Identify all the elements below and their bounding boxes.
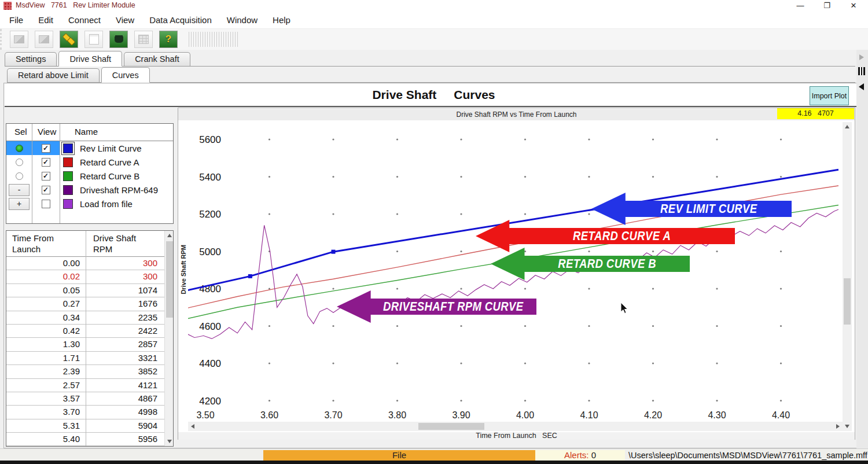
scroll-down-icon[interactable] bbox=[167, 440, 172, 443]
scrollbar-thumb[interactable] bbox=[418, 423, 484, 430]
expand-right-icon[interactable] bbox=[859, 54, 864, 60]
time-cell[interactable]: 2.39 bbox=[6, 365, 86, 378]
x-tick-label: 4.30 bbox=[708, 410, 726, 420]
scroll-left-icon[interactable] bbox=[191, 424, 194, 429]
rpm-cell[interactable]: 3852 bbox=[86, 365, 164, 378]
chart-horizontal-scrollbar[interactable] bbox=[188, 422, 843, 431]
toolbar-new-button[interactable] bbox=[84, 31, 103, 48]
scroll-up-icon[interactable] bbox=[167, 234, 172, 237]
rpm-cell[interactable]: 5956 bbox=[86, 433, 164, 445]
grid-dot bbox=[716, 362, 718, 364]
view-checkbox[interactable]: ✓ bbox=[42, 186, 50, 194]
menu-data-acquisition[interactable]: Data Acquisition bbox=[149, 15, 212, 25]
close-button[interactable]: ✕ bbox=[844, 0, 863, 12]
time-cell[interactable]: 1.30 bbox=[6, 338, 86, 351]
time-cell[interactable]: 2.57 bbox=[6, 379, 86, 392]
y-tick-label: 4600 bbox=[199, 321, 221, 332]
select-radio[interactable] bbox=[16, 172, 23, 180]
curve-name-label: Load from file bbox=[80, 199, 133, 209]
col-header-time: Time From Launch bbox=[12, 233, 54, 255]
collapse-left-icon[interactable] bbox=[859, 83, 864, 90]
rpm-cell[interactable]: 2857 bbox=[86, 338, 164, 351]
tab-crank-shaft[interactable]: Crank Shaft bbox=[124, 52, 190, 66]
rpm-cell[interactable]: 4867 bbox=[86, 392, 164, 405]
side-splitter[interactable] bbox=[856, 50, 868, 448]
rpm-cell[interactable]: 3321 bbox=[86, 352, 164, 364]
time-cell[interactable]: 3.70 bbox=[6, 406, 86, 418]
menu-edit[interactable]: Edit bbox=[38, 15, 53, 25]
toolbar-connect-button[interactable] bbox=[60, 31, 78, 48]
remove-curve-button[interactable]: - bbox=[9, 184, 30, 196]
rpm-cell[interactable]: 4998 bbox=[86, 406, 164, 418]
main-tab-strip: Settings Drive Shaft Crank Shaft bbox=[5, 51, 855, 67]
time-cell[interactable]: 0.34 bbox=[6, 311, 86, 324]
scroll-down-icon[interactable] bbox=[845, 425, 849, 428]
scrollbar-thumb[interactable] bbox=[166, 241, 173, 318]
add-curve-button[interactable]: + bbox=[9, 198, 30, 210]
curve-color-swatch[interactable] bbox=[63, 171, 73, 181]
time-cell[interactable]: 5.40 bbox=[6, 433, 86, 445]
tab-drive-shaft[interactable]: Drive Shaft bbox=[58, 51, 122, 67]
grid-dot bbox=[396, 325, 398, 327]
time-cell[interactable]: 0.05 bbox=[6, 284, 86, 297]
curve-color-swatch[interactable] bbox=[63, 157, 73, 167]
time-cell[interactable]: 0.00 bbox=[6, 257, 86, 270]
select-radio[interactable] bbox=[16, 145, 23, 152]
menu-connect[interactable]: Connect bbox=[68, 15, 101, 25]
grid-dot bbox=[588, 138, 590, 140]
minimize-button[interactable]: — bbox=[790, 0, 810, 12]
view-checkbox[interactable] bbox=[42, 200, 50, 208]
view-checkbox[interactable]: ✓ bbox=[42, 144, 50, 153]
rpm-cell[interactable]: 300 bbox=[86, 257, 164, 270]
curve-color-swatch[interactable] bbox=[63, 185, 73, 195]
rpm-cell[interactable]: 300 bbox=[86, 270, 164, 283]
time-cell[interactable]: 0.27 bbox=[6, 297, 86, 310]
rpm-cell[interactable]: 1074 bbox=[86, 284, 164, 297]
grid-dot bbox=[460, 362, 462, 364]
tab-retard-above-limit[interactable]: Retard above Limit bbox=[7, 68, 100, 82]
toolbar-save-device-button[interactable] bbox=[109, 31, 128, 48]
time-cell[interactable]: 0.02 bbox=[6, 270, 86, 283]
grid-dot bbox=[332, 138, 334, 140]
toolbar-help-button[interactable]: ? bbox=[159, 31, 178, 48]
time-cell[interactable]: 0.42 bbox=[6, 325, 86, 337]
rpm-cell[interactable]: 5904 bbox=[86, 419, 164, 432]
series-marker bbox=[332, 250, 336, 254]
import-plot-button[interactable]: Import Plot bbox=[810, 86, 849, 105]
tab-settings[interactable]: Settings bbox=[5, 52, 57, 66]
scroll-right-icon[interactable] bbox=[836, 424, 840, 429]
menu-window[interactable]: Window bbox=[227, 15, 258, 25]
rpm-cell[interactable]: 2422 bbox=[86, 325, 164, 337]
menu-file[interactable]: File bbox=[9, 15, 23, 25]
view-checkbox[interactable]: ✓ bbox=[42, 172, 50, 181]
menu-bar: File Edit Connect View Data Acquisition … bbox=[0, 12, 868, 29]
view-checkbox[interactable]: ✓ bbox=[42, 158, 50, 167]
scroll-up-icon[interactable] bbox=[845, 125, 849, 128]
grid-dot bbox=[269, 213, 270, 215]
time-cell[interactable]: 1.71 bbox=[6, 352, 86, 364]
splitter-grip-icon[interactable] bbox=[858, 67, 865, 75]
grid-dot bbox=[716, 400, 718, 402]
select-radio[interactable] bbox=[16, 159, 23, 166]
rpm-cell[interactable]: 1676 bbox=[86, 297, 164, 310]
tab-curves[interactable]: Curves bbox=[101, 67, 150, 83]
menu-view[interactable]: View bbox=[116, 15, 134, 25]
time-cell[interactable]: 5.31 bbox=[6, 419, 86, 432]
curve-color-swatch[interactable] bbox=[63, 199, 73, 209]
rpm-cell[interactable]: 4121 bbox=[86, 379, 164, 392]
chart-vertical-scrollbar[interactable] bbox=[843, 122, 852, 431]
rpm-cell[interactable]: 2235 bbox=[86, 311, 164, 324]
restore-button[interactable]: ❐ bbox=[817, 0, 837, 12]
annotation-label: RETARD CURVE B bbox=[558, 256, 656, 271]
scrollbar-thumb[interactable] bbox=[844, 278, 851, 325]
legend-header-name: Name bbox=[75, 127, 98, 137]
time-cell[interactable]: 3.57 bbox=[6, 392, 86, 405]
grid-dot bbox=[524, 138, 526, 140]
menu-help[interactable]: Help bbox=[273, 15, 290, 25]
table-scrollbar[interactable] bbox=[164, 231, 174, 446]
grid-dot bbox=[332, 176, 334, 178]
grid-dot bbox=[524, 325, 526, 327]
y-tick-label: 5600 bbox=[199, 134, 221, 145]
curve-color-swatch[interactable] bbox=[63, 143, 73, 153]
y-tick-label: 4200 bbox=[199, 396, 221, 407]
